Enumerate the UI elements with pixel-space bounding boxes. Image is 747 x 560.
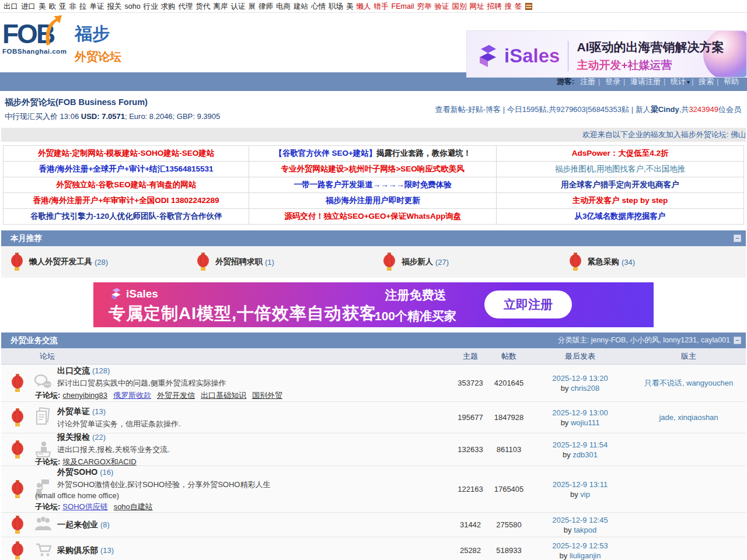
ad-link[interactable]: 主动开发客户 step by step [573, 196, 668, 205]
nav-link[interactable]: 代理 [179, 2, 193, 10]
nav-link-hot[interactable]: 搜 [505, 2, 512, 10]
forum-link[interactable]: 采购俱乐部 [57, 545, 98, 555]
moderators[interactable]: 只看不说话, wangyouchen [631, 378, 746, 388]
forum-link[interactable]: 出口交流 [57, 366, 90, 375]
help-link[interactable]: 帮助 [724, 77, 739, 86]
thread-count: 31442 [452, 520, 489, 529]
ad-link[interactable]: 一带一路客户开发渠道→→→→限时免费体验 [294, 180, 452, 189]
recommend-item[interactable]: 福步新人 (27) [374, 253, 560, 271]
nav-link-hot[interactable]: 验证 [435, 2, 449, 10]
last-post-link[interactable]: 2025-12-9 13:00 [552, 408, 608, 417]
last-poster-link[interactable]: zdb301 [573, 450, 598, 459]
forum-link[interactable]: 外贸SOHO [57, 467, 97, 477]
subforum-link[interactable]: chenyibing83 [62, 391, 107, 400]
register-now-button[interactable]: 立即注册 [484, 290, 572, 318]
moderators[interactable]: jade, xinqiaoshan [631, 413, 746, 422]
recommend-item[interactable]: 外贸招聘求职 (1) [187, 253, 374, 271]
ad-link[interactable]: 专业外贸网站建设>杭州叶子网络>SEO响应式欧美风 [281, 164, 465, 173]
last-post-link[interactable]: 2025-12-9 12:53 [552, 541, 608, 550]
nav-link[interactable]: 行业 [144, 2, 158, 10]
recommend-item[interactable]: 紧急采购 (34) [560, 253, 746, 271]
nav-link-hot[interactable]: 签 [515, 2, 522, 10]
nav-link[interactable]: 美 [39, 2, 46, 10]
register-link[interactable]: 注册 [580, 77, 595, 86]
nav-link[interactable]: 货代 [196, 2, 211, 10]
ad-link[interactable]: 从3亿域名数据库挖掘客户 [575, 212, 666, 220]
nav-link-hot[interactable]: 国别 [452, 2, 467, 10]
nav-link[interactable]: 非 [69, 2, 77, 10]
collapse-icon[interactable]: − [734, 337, 741, 344]
ad-link[interactable]: 源码交付！独立站SEO+GEO+保证WhatsApp询盘 [284, 212, 461, 220]
forum-row: 报关报检(22) 进出口报关,报检,关税等业务交流. 子论坛:埃及CARGOX和… [1, 433, 746, 466]
new-posts-links[interactable]: 查看新帖-好贴-博客 [435, 105, 501, 114]
nav-link[interactable]: 电商 [276, 2, 291, 10]
last-poster-link[interactable]: liuliganjin [570, 551, 601, 560]
subforum-link[interactable]: 俄罗斯收款 [113, 391, 151, 400]
nav-link[interactable]: 建站 [294, 2, 308, 10]
nav-link[interactable]: 职场 [329, 2, 343, 10]
nav-link-hot[interactable]: 招聘 [487, 2, 502, 10]
nav-link-hot[interactable]: 网址 [470, 2, 484, 10]
nav-link[interactable]: 拉 [79, 2, 87, 10]
ad-link[interactable]: 谷歌推广找引擎力-120人优化师团队-谷歌官方合作伙伴 [30, 212, 222, 220]
nav-link[interactable]: 出口 [4, 2, 18, 10]
ad-link[interactable]: 用全球客户猎手定向开发电商客户 [561, 180, 679, 189]
nav-link[interactable]: 欧 [49, 2, 57, 10]
subforum-link[interactable]: 出口基础知识 [201, 391, 246, 400]
newest-member-link[interactable]: 梁Cindy [651, 105, 679, 114]
ad-link[interactable]: 福步推图机,用地图找客户,不出国地推 [555, 164, 686, 173]
nav-link-hot[interactable]: 穷举 [417, 2, 432, 10]
nav-link[interactable]: 亚 [59, 2, 67, 10]
last-poster-link[interactable]: wojiu111 [571, 418, 599, 427]
login-link[interactable]: 登录 [605, 77, 620, 86]
subforum-link[interactable]: SOHO供应链 [62, 502, 107, 511]
nav-link[interactable]: 展 [249, 2, 256, 10]
ad-link[interactable]: 香港/海外注册+全球开户+审计+结汇13564815531 [39, 164, 214, 173]
isales-mid-banner[interactable]: iSales 专属定制AI模型,十倍效率自动获客 注册免费送 100个精准买家 … [93, 282, 654, 327]
nav-link-hot[interactable]: FEmail [392, 2, 414, 10]
last-poster-link[interactable]: chris208 [571, 384, 599, 393]
subforum-link[interactable]: 国别外贸 [252, 391, 282, 400]
forum-link[interactable]: 报关报检 [57, 432, 90, 442]
category-moderators[interactable]: 分类版主: jenny-FOB, 小小的风, lonny1231, cayla0… [558, 332, 730, 348]
nav-link[interactable]: 律师 [259, 2, 273, 10]
nav-link[interactable]: 进口 [21, 2, 36, 10]
forum-link[interactable]: 外贸单证 [57, 407, 90, 416]
ad-subheadline: 主动开发+社媒运营 [577, 58, 724, 73]
nav-link-hot[interactable]: 懒人 [357, 2, 371, 10]
nav-link[interactable]: 单证 [90, 2, 104, 10]
last-poster-link[interactable]: takpod [574, 526, 596, 534]
ad-link[interactable]: 【谷歌官方伙伴 SEO+建站】揭露行业套路，教你避坑！ [274, 149, 471, 158]
invite-register-link[interactable]: 邀请注册 [630, 77, 661, 86]
sign-icon[interactable] [525, 3, 532, 10]
nav-link[interactable]: 心情 [311, 2, 326, 10]
stats-link[interactable]: 统计 [671, 77, 686, 86]
forum-link[interactable]: 一起来创业 [57, 520, 98, 529]
fob-logo[interactable]: FOB FOBShanghai.com [2, 20, 75, 55]
nav-link[interactable]: soho [125, 2, 141, 10]
last-poster-link[interactable]: vip [580, 490, 590, 499]
recommend-item[interactable]: 懒人外贸开发工具 (28) [1, 253, 187, 271]
last-post-link[interactable]: 2025-12-9 13:11 [553, 480, 608, 489]
search-link[interactable]: 搜索 [699, 77, 714, 86]
ad-link[interactable]: 福步海外注册用户即时更新 [326, 196, 420, 205]
ad-link[interactable]: 香港/海外注册开户+年审审计+全国ODI 13802242289 [33, 196, 219, 205]
ad-link[interactable]: 外贸建站-定制网站-模板建站-SOHO建站-SEO建站 [38, 149, 214, 158]
post-count: 518933 [489, 546, 529, 555]
nav-link[interactable]: 认证 [231, 2, 246, 10]
isales-top-ad-banner[interactable]: iSales AI驱动的出海营销解决方案 主动开发+社媒运营 [466, 30, 747, 78]
subforum-link[interactable]: 外贸开发信 [157, 391, 195, 400]
collapse-icon[interactable]: − [734, 235, 741, 242]
last-post-link[interactable]: 2025-12-9 11:54 [553, 440, 608, 449]
nav-link[interactable]: 美 [346, 2, 354, 10]
nav-link[interactable]: 离岸 [214, 2, 228, 10]
nav-link-hot[interactable]: 猎手 [374, 2, 389, 10]
ad-link[interactable]: 外贸独立站-谷歌SEO建站-有询盘的网站 [56, 180, 196, 189]
nav-link[interactable]: 求购 [161, 2, 176, 10]
ad-link[interactable]: AdsPower：大促低至4.2折 [572, 149, 669, 158]
nav-link[interactable]: 报关 [107, 2, 122, 10]
last-post-link[interactable]: 2025-12-9 13:20 [552, 374, 608, 383]
last-post-link[interactable]: 2025-12-9 12:45 [552, 516, 608, 524]
subforum-link[interactable]: soho自建站 [114, 502, 153, 511]
chevron-down-icon[interactable]: ▾ [687, 79, 690, 85]
